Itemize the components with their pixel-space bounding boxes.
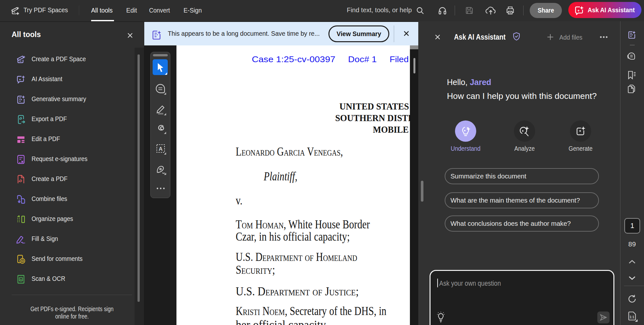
svg-text:A: A [159,146,163,152]
svg-text:1:1: 1:1 [630,315,634,319]
svg-text:A: A [20,278,22,281]
